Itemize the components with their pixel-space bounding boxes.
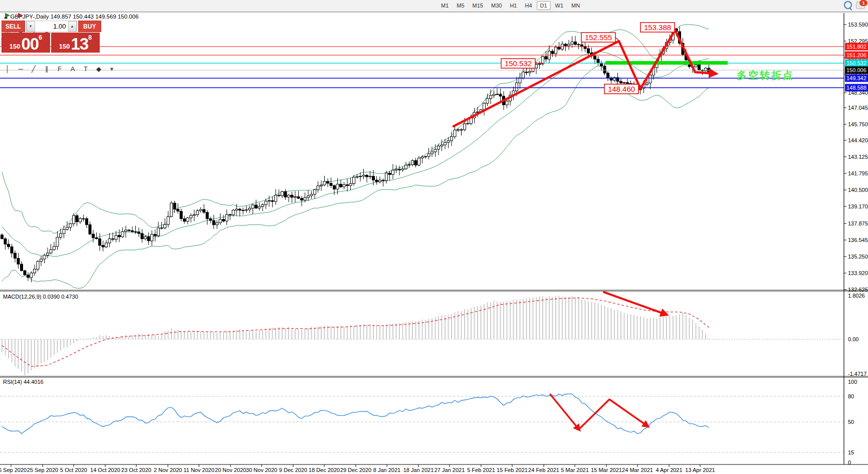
candle [571, 42, 573, 44]
candle [76, 215, 78, 222]
timeframe-mn[interactable]: MN [568, 1, 583, 10]
candle [43, 255, 46, 259]
candle [375, 180, 378, 181]
date-axis-label: 11 Nov 2020 [183, 467, 214, 473]
candle [147, 236, 150, 241]
candle [538, 64, 541, 65]
candle [323, 181, 326, 185]
candle [14, 253, 17, 258]
macd-label: MACD(12,26,9) 0.0390 0.4730 [3, 294, 78, 300]
price-annotation-text: 152.555 [585, 33, 612, 42]
candle [362, 175, 365, 176]
date-axis-label: 14 Oct 2020 [90, 467, 120, 473]
timeframe-m30[interactable]: M30 [488, 1, 505, 10]
candle [532, 68, 534, 72]
macd-axis-label: -1.4717 [848, 371, 866, 377]
candle [157, 228, 160, 236]
shapes-dropdown[interactable]: ▾ [105, 64, 118, 74]
candle [607, 73, 609, 78]
trendline-icon[interactable]: ╱ [27, 64, 40, 74]
candle [506, 101, 508, 105]
candle [66, 227, 69, 229]
candle [457, 130, 460, 130]
candle [522, 72, 525, 78]
candle [79, 218, 82, 222]
candle [229, 214, 232, 215]
candle [395, 169, 397, 170]
candle [115, 235, 117, 240]
volume-input[interactable] [35, 21, 68, 32]
candle [40, 259, 43, 262]
zoom-in-icon[interactable]: ⊕ [1, 0, 14, 2]
chart-canvas[interactable]: 152.555153.388150.532148.460多空转折点153.590… [0, 0, 868, 474]
candle [239, 209, 241, 210]
label-icon: T [84, 66, 88, 72]
trend-arrow-annotation[interactable] [580, 399, 648, 428]
macd-panel [0, 296, 844, 375]
candle [649, 75, 652, 83]
candle [209, 218, 212, 220]
candle [646, 83, 648, 85]
timeframe-h1[interactable]: H1 [506, 1, 520, 10]
date-axis-label: 2 Nov 2020 [154, 467, 182, 473]
auto-scroll-icon[interactable]: ▶ [14, 10, 27, 20]
timeframe-d1[interactable]: D1 [537, 1, 551, 10]
candle [125, 230, 127, 231]
candle [262, 205, 264, 206]
candle [444, 142, 447, 145]
buy-button[interactable]: BUY [78, 21, 102, 32]
volume-increase-button[interactable]: ▲ [68, 21, 77, 32]
notifications-icon[interactable]: 1 [856, 2, 865, 9]
candle [447, 141, 450, 142]
candle [496, 94, 499, 95]
search-icon[interactable] [844, 1, 852, 9]
candle [568, 44, 570, 46]
timeframe-h4[interactable]: H4 [521, 1, 535, 10]
hline-icon[interactable]: ─ [14, 64, 27, 74]
candle [493, 94, 495, 96]
text-icon: A [71, 66, 75, 72]
candle [27, 275, 30, 278]
date-axis-label: 5 Mar 2021 [561, 467, 589, 473]
volume-stepper: ▼ ▲ [26, 21, 77, 32]
zoom-out-icon[interactable]: ⊖ [14, 0, 27, 2]
fibonacci-icon[interactable]: F [53, 64, 66, 74]
chart-shift-icon[interactable]: ▶ [1, 10, 14, 20]
candle [587, 49, 590, 53]
shapes-icon[interactable]: ◆ [92, 64, 105, 74]
date-axis-label: 16 Sep 2020 [0, 467, 27, 473]
timeframe-m15[interactable]: M15 [469, 1, 487, 10]
channel-icon[interactable]: ∥ [40, 64, 53, 74]
vline-icon[interactable]: │ [1, 64, 14, 74]
candle [268, 200, 271, 201]
trend-arrow-annotation[interactable] [550, 394, 579, 430]
candle [698, 65, 701, 70]
candle [154, 234, 156, 236]
mt4-window: ▤◫⊞新订单▮☁◉●自动交易≡◫╱⊕⊖⊞▶▶⊞▾◑▾↖+│─╱∥FAT◆▾ M1… [0, 0, 868, 474]
macd-axis-label: 1.8026 [848, 293, 865, 299]
candle [519, 78, 521, 83]
candle [242, 210, 245, 211]
auto-scroll-icon: ▶ [18, 12, 23, 18]
timeframe-m5[interactable]: M5 [453, 1, 468, 10]
price-annotation-text: 150.532 [505, 59, 532, 68]
text-icon[interactable]: A [66, 64, 79, 74]
support-zone-highlight[interactable] [605, 61, 728, 65]
date-axis-label: 23 Oct 2020 [121, 467, 151, 473]
trade-panel-prices: 150 00 6 150 13 8 [2, 33, 101, 53]
label-icon[interactable]: T [79, 64, 92, 74]
timeframe-w1[interactable]: W1 [552, 1, 567, 10]
volume-decrease-button[interactable]: ▼ [27, 21, 35, 32]
candle [281, 191, 284, 195]
sell-button[interactable]: SELL [2, 21, 25, 32]
candle [483, 103, 486, 110]
buy-price-button[interactable]: 150 13 8 [51, 33, 100, 53]
timeframe-m1[interactable]: M1 [438, 1, 452, 10]
tile-windows-icon[interactable]: ⊞ [27, 0, 40, 2]
trendline-icon: ╱ [32, 66, 36, 72]
trend-arrow-annotation[interactable] [604, 292, 667, 315]
sell-price-button[interactable]: 150 00 6 [2, 33, 50, 53]
bollinger-lower-band [2, 66, 709, 289]
date-axis-label: 24 Feb 2021 [528, 467, 559, 473]
candle [314, 190, 316, 194]
